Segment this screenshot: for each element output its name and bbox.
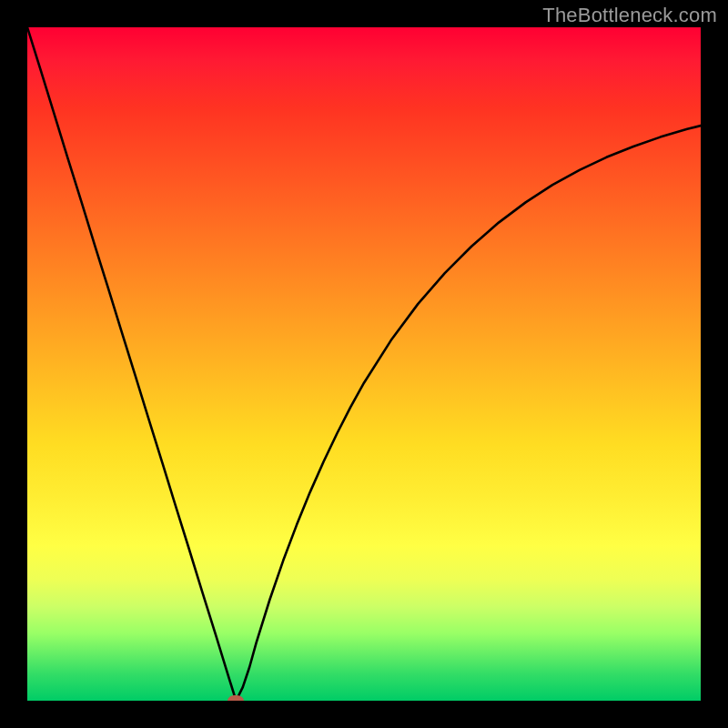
watermark-text: TheBottleneck.com xyxy=(542,4,717,27)
plot-area xyxy=(27,27,701,701)
chart-frame: TheBottleneck.com xyxy=(0,0,728,728)
curve-layer xyxy=(27,27,701,701)
bottleneck-curve xyxy=(27,27,701,701)
optimal-point-marker xyxy=(228,695,244,701)
